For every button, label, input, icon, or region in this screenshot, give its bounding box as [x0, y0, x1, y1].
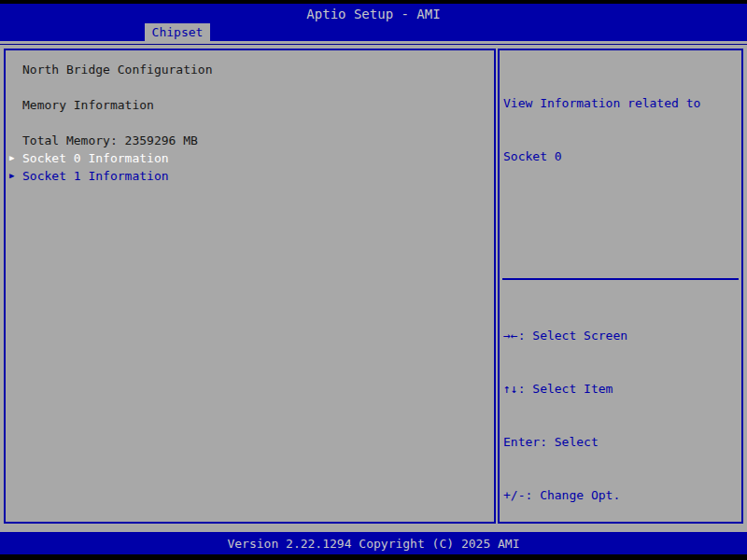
tab-chipset[interactable]: Chipset	[145, 23, 210, 41]
section-title: North Bridge Configuration	[22, 63, 213, 77]
version-text: Version 2.22.1294 Copyright (C) 2025 AMI	[227, 537, 519, 551]
hotkey-select-screen: →←: Select Screen	[503, 327, 740, 344]
spacer-row	[6, 114, 494, 132]
bottom-border-strip	[0, 554, 747, 560]
section-title-row: North Bridge Configuration	[6, 61, 494, 78]
menu-item-socket-0-information[interactable]: ▶ Socket 0 Information	[6, 149, 494, 167]
menu-item-socket-1-information[interactable]: ▶ Socket 1 Information	[6, 167, 494, 185]
footer-bar: Version 2.22.1294 Copyright (C) 2025 AMI	[0, 532, 747, 554]
hotkey-select-item: ↑↓: Select Item	[503, 380, 740, 398]
help-text-line: View Information related to	[503, 94, 739, 112]
submenu-arrow-icon: ▶	[7, 149, 22, 167]
item-help-text: View Information related to Socket 0	[500, 50, 741, 201]
app-title: Aptio Setup - AMI	[306, 7, 440, 21]
hotkey-legend: →←: Select Screen ↑↓: Select Item Enter:…	[503, 291, 740, 560]
total-memory-value: Total Memory: 2359296 MB	[22, 133, 198, 147]
header-bar: Aptio Setup - AMI	[0, 4, 747, 23]
group-title-row: Memory Information	[6, 96, 494, 114]
hotkey-enter-select: Enter: Select	[503, 433, 740, 451]
hotkey-change-opt: +/-: Change Opt.	[503, 486, 740, 504]
spacer-row	[6, 78, 494, 96]
help-panel-divider	[502, 278, 739, 280]
menu-item-label: Socket 1 Information	[22, 169, 169, 183]
tab-bar: Chipset	[0, 23, 747, 41]
help-text-line: Socket 0	[503, 147, 739, 165]
total-memory-row: Total Memory: 2359296 MB	[6, 132, 494, 149]
bios-setup-screen: Aptio Setup - AMI Chipset North Bridge C…	[0, 0, 747, 560]
tab-underline	[0, 44, 747, 45]
menu-item-label: Socket 0 Information	[22, 151, 169, 165]
submenu-arrow-icon: ▶	[7, 167, 22, 185]
main-panel: North Bridge Configuration Memory Inform…	[4, 49, 496, 524]
group-title: Memory Information	[22, 98, 154, 112]
help-panel: View Information related to Socket 0 →←:…	[498, 49, 743, 524]
